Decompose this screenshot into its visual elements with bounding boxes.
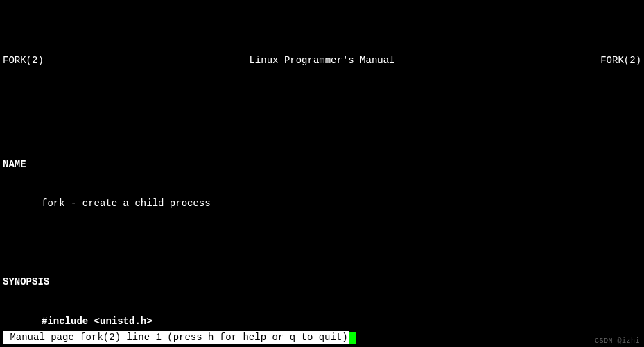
synopsis-include: #include <unistd.h> — [3, 315, 641, 328]
section-synopsis-heading: SYNOPSIS — [3, 276, 641, 289]
status-text: Manual page fork(2) line 1 (press h for … — [3, 331, 349, 344]
header-left: FORK(2) — [3, 54, 44, 67]
man-header: FORK(2) Linux Programmer's Manual FORK(2… — [0, 53, 644, 67]
name-line: fork - create a child process — [3, 197, 641, 210]
cursor-block — [349, 332, 356, 344]
header-center: Linux Programmer's Manual — [249, 54, 394, 67]
pager-statusbar[interactable]: Manual page fork(2) line 1 (press h for … — [3, 331, 641, 344]
section-name-heading: NAME — [3, 158, 641, 171]
man-content[interactable]: NAME fork - create a child process SYNOP… — [0, 93, 644, 347]
header-right: FORK(2) — [600, 54, 641, 67]
watermark: CSDN @izhi — [595, 337, 640, 346]
